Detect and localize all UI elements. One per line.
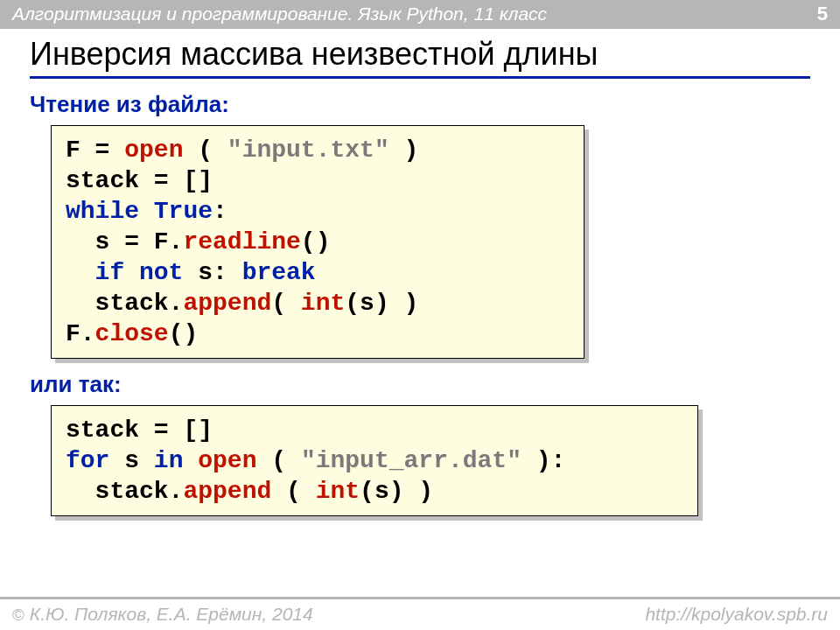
footer-bar: © К.Ю. Поляков, Е.А. Ерёмин, 2014 http:/… — [0, 597, 840, 630]
subject-text: Алгоритмизация и программирование. Язык … — [12, 4, 547, 24]
section1-label: Чтение из файла: — [30, 91, 810, 118]
code-block-1-wrap: F = open ( "input.txt" ) stack = [] whil… — [51, 125, 810, 359]
slide-content: Инверсия массива неизвестной длины Чтени… — [0, 29, 840, 516]
page-number: 5 — [817, 3, 828, 25]
section2-label: или так: — [30, 371, 810, 398]
slide-title: Инверсия массива неизвестной длины — [30, 36, 810, 79]
footer-url: http://kpolyakov.spb.ru — [645, 604, 828, 625]
code-block-2: stack = [] for s in open ( "input_arr.da… — [51, 405, 698, 516]
copyright-text: © К.Ю. Поляков, Е.А. Ерёмин, 2014 — [12, 604, 313, 625]
copyright-icon: © — [12, 606, 24, 624]
header-bar: Алгоритмизация и программирование. Язык … — [0, 0, 840, 29]
code-block-2-wrap: stack = [] for s in open ( "input_arr.da… — [51, 405, 810, 516]
code-block-1: F = open ( "input.txt" ) stack = [] whil… — [51, 125, 584, 359]
